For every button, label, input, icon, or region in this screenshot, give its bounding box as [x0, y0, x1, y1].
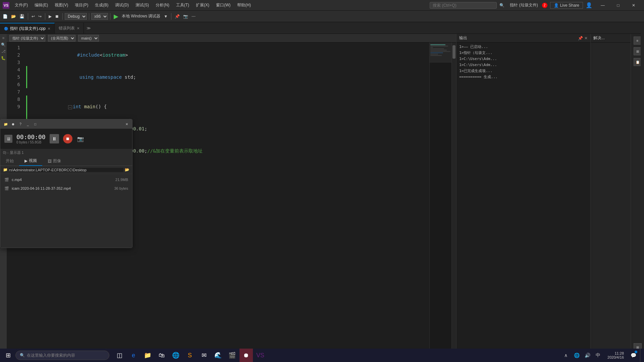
recorder-stop-button[interactable]: ⏹: [63, 134, 72, 143]
menu-tools[interactable]: 工具(T): [173, 2, 192, 9]
notification-badge[interactable]: 2: [542, 3, 547, 8]
taskbar-start-button[interactable]: ⊞: [1, 349, 15, 362]
toolbar-separator-3: [62, 13, 63, 20]
tab-error-close[interactable]: ✕: [77, 26, 79, 30]
taskbar-clock[interactable]: 11:28 2020/4/16: [605, 351, 627, 359]
start-debug-button[interactable]: ▶: [47, 13, 53, 19]
taskbar-notification-button[interactable]: 💬: [628, 349, 639, 362]
recorder-minimize-button[interactable]: _: [25, 121, 31, 127]
taskbar-icon-mail[interactable]: ✉: [197, 349, 211, 362]
screenshot-button[interactable]: 📷: [182, 13, 190, 19]
taskbar-volume-icon[interactable]: 🔊: [582, 349, 593, 362]
recorder-start-tab[interactable]: 开始: [0, 158, 19, 164]
more-button[interactable]: ⋯: [190, 13, 197, 19]
function-selector[interactable]: main(): [78, 35, 99, 42]
taskbar-icon-explorer[interactable]: 📁: [141, 349, 154, 362]
solution-content: [591, 43, 631, 351]
recorder-folder-icon[interactable]: 📁: [3, 121, 8, 127]
close-button[interactable]: ✕: [626, 0, 641, 11]
recorder-path-input[interactable]: [9, 168, 123, 172]
taskbar-system-icons: ∧ 🌐 🔊 中: [560, 349, 603, 362]
live-share-button[interactable]: 👤 Live Share: [550, 2, 583, 9]
menu-analyze[interactable]: 分析(N): [153, 2, 172, 9]
recorder-help-icon[interactable]: ?: [18, 121, 23, 127]
line-num-4: 4: [7, 66, 20, 73]
recorder-image-tab[interactable]: 🖼 图像: [42, 157, 66, 166]
search-icon: 🔍: [499, 3, 504, 8]
menu-test[interactable]: 测试(S): [133, 2, 152, 9]
open-button[interactable]: 📂: [10, 13, 17, 19]
tab-overflow[interactable]: ≫: [84, 23, 94, 34]
build-config-select[interactable]: Debug: [65, 13, 87, 20]
activity-explorer-icon[interactable]: ≡: [1, 35, 6, 41]
new-file-button[interactable]: 📄: [1, 13, 9, 19]
menu-debug[interactable]: 调试(D): [112, 2, 131, 9]
collapse-button[interactable]: —: [68, 105, 72, 109]
run-dropdown[interactable]: ▼: [162, 13, 169, 19]
tab-close-button[interactable]: ✕: [48, 27, 50, 31]
menu-file[interactable]: 文件(F): [12, 2, 31, 9]
taskbar-icon-task-view[interactable]: ◫: [113, 349, 126, 362]
recorder-browse-icon[interactable]: 📂: [125, 168, 129, 172]
taskbar-icon-sublime[interactable]: S: [183, 349, 197, 362]
stop-button[interactable]: ⏹: [54, 13, 60, 19]
scope-selector[interactable]: (全局范围): [48, 35, 75, 42]
output-line-5: 1>已完成生成项...: [459, 68, 588, 74]
menu-extensions[interactable]: 扩展(X): [193, 2, 212, 9]
run-label[interactable]: 本地 Windows 调试器: [120, 13, 162, 19]
platform-select[interactable]: x86: [91, 13, 108, 20]
recorder-video-icon: ▶: [24, 159, 28, 163]
taskbar-search-box[interactable]: 🔍 在这里输入你要搜索的内容: [15, 351, 109, 360]
global-search-input[interactable]: [430, 2, 497, 9]
minimap-scrollbar[interactable]: [451, 43, 456, 351]
activity-search-icon[interactable]: 🔍: [1, 42, 6, 47]
output-content: 1>—— 已启动... 1>指针（垃圾文... 1>C:\Users\Adm..…: [457, 43, 590, 351]
activity-git-icon[interactable]: ⎇: [1, 49, 6, 54]
file-selector[interactable]: 指针 (垃圾文件): [9, 35, 45, 42]
recorder-camera-button[interactable]: 📷: [76, 135, 85, 143]
action-button-3[interactable]: 📋: [634, 58, 642, 66]
taskbar-lang-indicator[interactable]: 中: [593, 349, 603, 362]
redo-button[interactable]: ↪: [37, 13, 43, 19]
taskbar-icon-recorder[interactable]: ⏺: [239, 349, 253, 362]
recorder-pause-button[interactable]: ⏸: [50, 134, 59, 143]
save-button[interactable]: 💾: [18, 13, 26, 19]
recorder-record-icon[interactable]: ⏺: [10, 121, 16, 127]
undo-button[interactable]: ↩: [30, 13, 36, 19]
file-name-1: c.mp4: [12, 178, 113, 182]
action-button-2[interactable]: ⊞: [634, 47, 642, 55]
maximize-button[interactable]: □: [610, 0, 626, 11]
file-size-1: 21.9MB: [115, 178, 128, 182]
minimap-line: [430, 48, 444, 49]
activity-debug-icon[interactable]: 🐛: [1, 55, 6, 61]
menu-edit[interactable]: 编辑(E): [32, 2, 51, 9]
menu-view[interactable]: 视图(V): [52, 2, 71, 9]
taskbar-icon-vs[interactable]: VS: [254, 349, 267, 362]
taskbar-network-icon[interactable]: 🌐: [571, 349, 582, 362]
output-close-button[interactable]: ✕: [584, 36, 588, 41]
taskbar-icon-store[interactable]: 🛍: [155, 349, 168, 362]
toolbar-separator-4: [89, 13, 89, 20]
recorder-maximize-button[interactable]: □: [33, 121, 38, 127]
output-pin-button[interactable]: 📌: [578, 36, 583, 41]
action-button-1[interactable]: ≡: [634, 37, 642, 45]
tab-error-list[interactable]: 错误列表 ✕: [55, 23, 84, 34]
minimize-button[interactable]: —: [595, 0, 610, 11]
line-num-1: 1: [7, 44, 20, 51]
taskbar-icon-media[interactable]: 🎬: [225, 349, 239, 362]
taskbar-show-desktop-button[interactable]: [640, 349, 643, 362]
menu-project[interactable]: 项目(P): [72, 2, 91, 9]
start-icon: ⊞: [6, 352, 11, 359]
menu-window[interactable]: 窗口(W): [213, 2, 233, 9]
account-icon[interactable]: 👤: [586, 2, 592, 8]
tab-active-file[interactable]: 🔵 指针 (垃圾文件).cpp ✕: [0, 23, 55, 34]
taskbar-icon-edge[interactable]: 🌊: [211, 349, 225, 362]
taskbar-chevron-icon[interactable]: ∧: [560, 349, 571, 362]
menu-build[interactable]: 生成(B): [92, 2, 111, 9]
menu-help[interactable]: 帮助(H): [234, 2, 254, 9]
recorder-video-tab[interactable]: ▶ 视频: [19, 157, 42, 166]
taskbar-icon-ie[interactable]: e: [127, 349, 140, 362]
taskbar-icon-chrome[interactable]: 🌐: [169, 349, 182, 362]
pin-button[interactable]: 📌: [173, 13, 181, 19]
recorder-close-button[interactable]: ✕: [124, 121, 129, 127]
